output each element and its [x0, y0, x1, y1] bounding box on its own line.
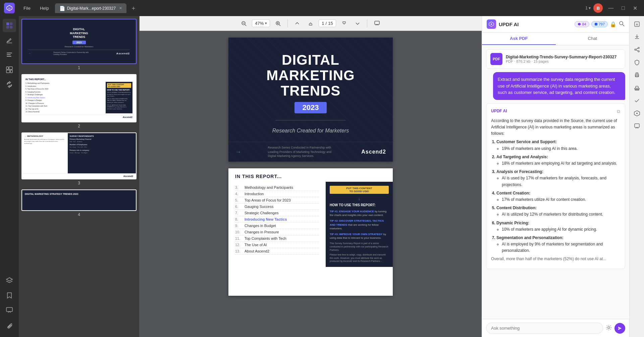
current-tab[interactable]: 📄 Digital-Mark...eport-230327 ✕	[55, 3, 126, 13]
thumb-num-3: 3	[21, 181, 137, 185]
menu-help[interactable]: Help	[37, 4, 52, 12]
svg-text:A: A	[636, 23, 638, 26]
zoom-dropdown[interactable]: ▾	[265, 21, 267, 25]
comment-sidebar-icon[interactable]	[632, 121, 642, 131]
how-to-title: HOW TO USE THIS REPORT:	[330, 203, 389, 207]
svg-rect-11	[9, 67, 12, 69]
lock-icon[interactable]: 🔒	[610, 21, 616, 27]
page-navigation: 1 / 15	[319, 19, 336, 27]
doc-info: Digital-Marketing-Trends-Survey-Summary-…	[506, 55, 621, 63]
thumbnail-1[interactable]: DIGITALMARKETINGTRENDS 2023 Research Cre…	[21, 19, 137, 70]
toolbar-separator	[287, 19, 288, 27]
credit-purple: 84	[575, 21, 589, 27]
export-icon[interactable]	[632, 32, 642, 42]
sidebar-organize-icon[interactable]	[3, 63, 16, 76]
prev-page-button[interactable]	[305, 19, 316, 27]
toc-item-4: 4.Introduction	[235, 191, 319, 197]
how-to-tip-1: TIP #1: ENGAGE YOUR AUDIENCE by turning …	[330, 210, 389, 217]
sidebar-annotate-icon[interactable]	[3, 34, 16, 47]
sidebar-layers-icon[interactable]	[3, 274, 16, 287]
svg-rect-3	[10, 22, 12, 25]
close-button[interactable]: ✕	[630, 4, 640, 13]
stamp-icon[interactable]	[632, 82, 642, 93]
tab-chat[interactable]: Chat	[556, 33, 630, 45]
sidebar-thumbnail-icon[interactable]	[3, 19, 16, 32]
how-to-tip-2: TIP #2: DISCOVER STRATEGIES, TACTICS AND…	[330, 219, 389, 230]
svg-point-46	[636, 113, 638, 114]
ai-logo: UPDF AI	[487, 19, 519, 29]
minimize-button[interactable]: —	[605, 4, 616, 12]
sidebar-edit-icon[interactable]	[3, 48, 16, 62]
toc-item-13: 13.About Ascend2	[235, 248, 319, 255]
zoom-in-button[interactable]	[273, 19, 283, 27]
logo-icon: U	[4, 3, 15, 13]
tab-label: Digital-Mark...eport-230327	[67, 6, 116, 11]
left-sidebar	[0, 16, 19, 337]
credit-blue: 797	[591, 21, 608, 27]
toc-item-6: 6.Gauging Success	[235, 204, 319, 210]
pdf-page-1: DIGITAL MARKETING TRENDS 2023 Research C…	[228, 38, 393, 162]
next-page-button[interactable]	[339, 19, 350, 27]
ai-response-item-3: Analysis or Forecasting: AI is used by 1…	[496, 169, 620, 188]
page-separator: /	[326, 21, 327, 26]
ai-logo-icon	[487, 19, 496, 29]
current-page: 1	[322, 21, 324, 26]
page1-title: DIGITAL MARKETING TRENDS	[266, 52, 355, 99]
toc-item-7: 7.Strategic Challenges	[235, 210, 319, 216]
protect-icon[interactable]	[632, 57, 642, 68]
ai-messages[interactable]: PDF Digital-Marketing-Trends-Survey-Summ…	[482, 45, 629, 319]
zoom-value: 47%	[255, 21, 264, 26]
page1-subtitle: Research Created for Marketers	[272, 128, 349, 134]
svg-text:U: U	[8, 7, 10, 10]
scroll-to-top-button[interactable]	[292, 19, 303, 27]
thumbnail-4[interactable]: DIGITAL MARKETING STRATEGY TRENDS 2023 4	[21, 189, 137, 217]
settings-icon[interactable]	[606, 325, 612, 332]
comment-button[interactable]	[371, 19, 383, 28]
doc-name: Digital-Marketing-Trends-Survey-Summary-…	[506, 55, 621, 59]
maximize-button[interactable]: □	[619, 4, 628, 12]
svg-rect-29	[595, 23, 597, 25]
tab-ask-pdf[interactable]: Ask PDF	[482, 33, 556, 45]
menu-file[interactable]: File	[20, 4, 34, 12]
ai-logo-text: UPDF AI	[499, 21, 519, 27]
check-icon[interactable]	[632, 95, 642, 106]
pdf-view[interactable]: DIGITAL MARKETING TRENDS 2023 Research C…	[140, 31, 482, 337]
tab-close-btn[interactable]: ✕	[119, 6, 122, 10]
new-tab-button[interactable]: ＋	[128, 3, 139, 13]
doc-card: PDF Digital-Marketing-Trends-Survey-Summ…	[486, 49, 625, 69]
ai-send-button[interactable]	[614, 323, 625, 334]
svg-marker-28	[578, 23, 581, 25]
svg-line-38	[636, 48, 638, 49]
top-bar: U File Help 📄 Digital-Mark...eport-23032…	[0, 0, 644, 16]
toc-item-9: 9.Changes in Budget	[235, 223, 319, 229]
thumbnail-2[interactable]: IN THIS REPORT... 3. Methodology and Par…	[21, 74, 137, 128]
ai-panel: UPDF AI 84 797 🔒 Ask PDF Chat	[482, 16, 629, 337]
sidebar-attach-icon[interactable]	[3, 318, 16, 332]
zoom-out-button[interactable]	[238, 19, 249, 27]
ai-response-intro: According to the survey data provided in…	[491, 118, 620, 137]
search-icon[interactable]	[619, 20, 625, 28]
sidebar-bookmark-icon[interactable]	[3, 289, 16, 302]
pdf-page-2: IN THIS REPORT... 3.Methodology and Part…	[228, 168, 393, 296]
copy-icon[interactable]: ⧉	[617, 108, 620, 115]
svg-rect-44	[635, 90, 639, 90]
ai-input-area	[482, 319, 629, 337]
scroll-to-bottom-button[interactable]	[352, 19, 363, 27]
sidebar-convert-icon[interactable]	[3, 78, 16, 91]
svg-rect-2	[6, 22, 9, 25]
svg-rect-13	[10, 70, 12, 73]
user-avatar[interactable]: B	[593, 3, 603, 13]
ai-response-item-7: Segmentation and Personalization: AI is …	[496, 235, 620, 254]
far-right-sidebar: A	[629, 16, 644, 337]
svg-point-37	[638, 51, 639, 52]
sidebar-comment-icon[interactable]	[3, 303, 16, 317]
thumbnail-3[interactable]: → METHODOLOGY Ascend2 benchmarks the per…	[21, 132, 137, 185]
share-icon[interactable]	[632, 44, 642, 55]
svg-point-36	[635, 49, 636, 50]
properties-icon[interactable]: A	[632, 19, 642, 30]
toc-item-8: 8.Introducing New Tactics	[235, 216, 319, 223]
ai-input-field[interactable]	[486, 323, 603, 334]
ai-assistant-icon[interactable]	[632, 108, 642, 119]
tab-bar: 📄 Digital-Mark...eport-230327 ✕ ＋	[55, 3, 583, 13]
print-icon[interactable]	[632, 70, 642, 80]
